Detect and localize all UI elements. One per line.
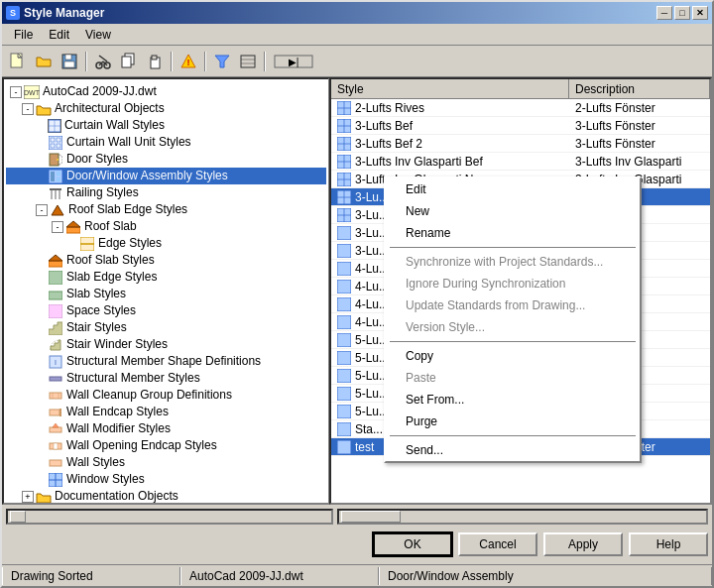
toolbar-paste-btn[interactable] [143, 50, 167, 73]
ctx-sync: Synchronize with Project Standards... [386, 251, 640, 273]
list-cell-name: 3-Lufts Bef 2 [331, 136, 569, 152]
svg-rect-99 [337, 369, 351, 383]
tree-stair-winder[interactable]: Stair Winder Styles [6, 336, 326, 353]
tree-window-styles[interactable]: Window Styles [6, 471, 326, 488]
tree-edge-styles[interactable]: Edge Styles [6, 235, 326, 252]
svg-rect-101 [337, 405, 351, 418]
tree-curtain-wall-styles[interactable]: Curtain Wall Styles [6, 117, 326, 134]
svg-rect-36 [51, 172, 55, 181]
svg-rect-44 [66, 227, 80, 233]
toolbar-help-btn[interactable]: ▶| [270, 50, 317, 73]
svg-text:!: ! [187, 58, 190, 67]
tree-railing-styles[interactable]: Railing Styles [6, 184, 326, 201]
list-item[interactable]: 3-Lufts Bef 3-Lufts Fönster [331, 117, 710, 135]
toolbar-filter-btn[interactable] [210, 50, 234, 73]
toolbar-open-btn[interactable] [32, 50, 56, 73]
wall-styles-icon [48, 455, 63, 471]
tree-doc-expander[interactable]: + [22, 491, 34, 503]
menu-view[interactable]: View [77, 26, 119, 44]
tree-door-window-assembly[interactable]: Door/Window Assembly Styles [6, 168, 326, 184]
svg-rect-91 [337, 226, 351, 240]
tree-root[interactable]: - DWT AutoCad 2009-JJ.dwt [6, 83, 326, 100]
ctx-send[interactable]: Send... [386, 439, 640, 461]
tree-stair-label: Stair Styles [66, 319, 127, 336]
svg-rect-57 [50, 393, 61, 399]
ctx-edit[interactable]: Edit [386, 178, 640, 200]
svg-rect-18 [241, 56, 255, 67]
svg-line-10 [99, 56, 107, 61]
tree-stair-styles[interactable]: Stair Styles [6, 319, 326, 336]
roof-slab-edge-icon [50, 202, 65, 218]
list-item[interactable]: 3-Lufts Bef 2 3-Lufts Fönster [331, 135, 710, 153]
scroll-thumb-right[interactable] [341, 511, 401, 523]
tree-railing-label: Railing Styles [66, 184, 139, 201]
tree-arch-objects[interactable]: - Architectural Objects [6, 100, 326, 117]
svg-marker-49 [49, 255, 62, 261]
toolbar-new-btn[interactable] [6, 50, 30, 73]
menu-edit[interactable]: Edit [41, 26, 77, 44]
tree-wall-opening-endcap[interactable]: Wall Opening Endcap Styles [6, 437, 326, 454]
tree-wall-styles[interactable]: Wall Styles [6, 454, 326, 471]
tree-struct-shape-defs[interactable]: I Structural Member Shape Definitions [6, 353, 326, 370]
maximize-button[interactable]: □ [674, 6, 690, 20]
svg-rect-37 [57, 172, 60, 176]
ctx-update-standards: Update Standards from Drawing... [386, 294, 640, 316]
svg-rect-51 [49, 292, 62, 299]
wall-endcap-icon [48, 405, 63, 420]
scroll-thumb-left[interactable] [10, 511, 26, 523]
tree-space-styles[interactable]: Space Styles [6, 302, 326, 319]
tree-roof-slab-edge-label: Roof Slab Edge Styles [68, 201, 187, 218]
col-description[interactable]: Description [569, 79, 710, 98]
ctx-new[interactable]: New [386, 200, 640, 222]
apply-button[interactable]: Apply [543, 532, 623, 556]
toolbar-dropdown-btn[interactable] [236, 50, 260, 73]
ctx-sep-3 [390, 435, 636, 436]
tree-root-expander[interactable]: - [10, 86, 22, 98]
toolbar-sep-3 [204, 52, 206, 71]
toolbar-copy-btn[interactable] [117, 50, 141, 73]
tree-curtain-unit-styles[interactable]: Curtain Wall Unit Styles [6, 134, 326, 151]
svg-rect-98 [337, 351, 351, 365]
svg-rect-94 [337, 280, 351, 294]
toolbar-cut-btn[interactable] [91, 50, 115, 73]
tree-doc-objects[interactable]: + Documentation Objects [6, 488, 326, 505]
tree-wall-modifier[interactable]: Wall Modifier Styles [6, 420, 326, 437]
button-row: OK Cancel Apply Help [6, 529, 708, 560]
tree-roof-slab-edge-styles[interactable]: - Roof Slab Edge Styles [6, 201, 326, 218]
toolbar-save-btn[interactable] [58, 50, 81, 73]
tree-roof-slab-styles[interactable]: Roof Slab Styles [6, 252, 326, 269]
tree-door-styles[interactable]: Door Styles [6, 151, 326, 168]
tree-roof-slab-expander[interactable]: - [52, 221, 63, 233]
col-style[interactable]: Style [331, 79, 569, 98]
svg-point-34 [57, 159, 59, 161]
tree-roof-slab-edge-expander[interactable]: - [36, 204, 48, 216]
help-button[interactable]: Help [629, 532, 708, 556]
minimize-button[interactable]: ─ [656, 6, 672, 20]
menu-file[interactable]: File [6, 26, 41, 44]
tree-h-scrollbar[interactable] [6, 509, 333, 525]
tree-slab-styles[interactable]: Slab Styles [6, 286, 326, 302]
toolbar-sep-1 [85, 52, 87, 71]
window-styles-icon [48, 472, 63, 488]
ok-button[interactable]: OK [373, 532, 452, 556]
list-item[interactable]: 2-Lufts Rives 2-Lufts Fönster [331, 99, 710, 117]
list-h-scrollbar[interactable] [337, 509, 708, 525]
tree-panel[interactable]: - DWT AutoCad 2009-JJ.dwt - Architectura… [2, 77, 329, 505]
svg-rect-62 [50, 427, 61, 432]
toolbar-alert-btn[interactable]: ! [177, 50, 200, 73]
tree-wall-cleanup[interactable]: Wall Cleanup Group Definitions [6, 387, 326, 404]
cancel-button[interactable]: Cancel [458, 532, 537, 556]
tree-arch-expander[interactable]: - [22, 103, 34, 115]
ctx-rename[interactable]: Rename [386, 222, 640, 244]
tree-struct-member-styles[interactable]: Structural Member Styles [6, 370, 326, 387]
svg-rect-50 [49, 271, 62, 285]
tree-roof-slab[interactable]: - Roof Slab [6, 218, 326, 235]
ctx-copy[interactable]: Copy [386, 345, 640, 367]
ctx-purge[interactable]: Purge [386, 411, 640, 432]
svg-marker-43 [52, 205, 63, 215]
ctx-set-from[interactable]: Set From... [386, 389, 640, 411]
list-item[interactable]: 3-Lufts Inv Glasparti Bef 3-Lufts Inv Gl… [331, 153, 710, 171]
close-button[interactable]: ✕ [692, 6, 708, 20]
tree-wall-endcap[interactable]: Wall Endcap Styles [6, 404, 326, 420]
tree-slab-edge-styles[interactable]: Slab Edge Styles [6, 269, 326, 286]
